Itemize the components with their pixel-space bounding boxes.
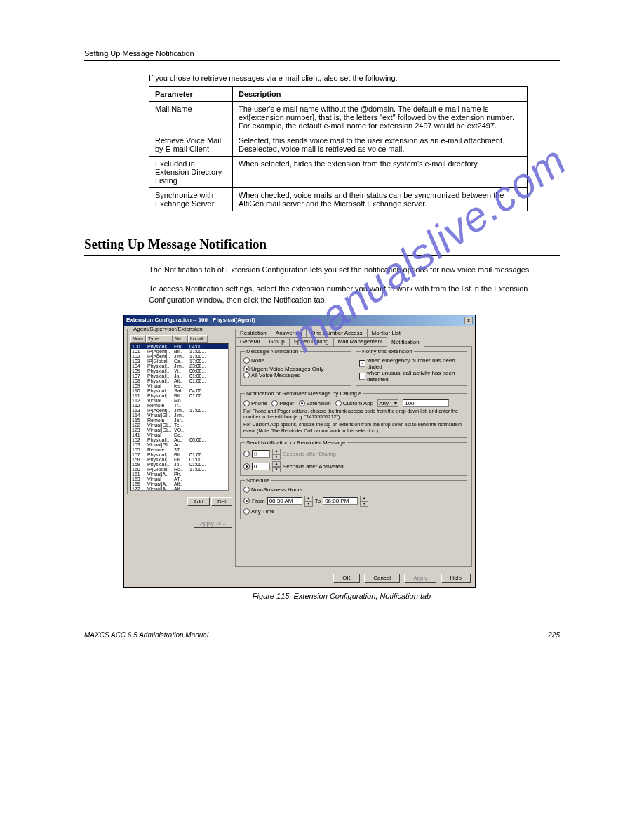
trunk-access-dropdown[interactable]: Any▾ [377, 399, 398, 407]
radio-after-answered[interactable] [243, 463, 250, 470]
section-para-2: To access Notification settings, select … [149, 283, 560, 306]
list-item[interactable]: 112RemoteTr.. [131, 403, 228, 408]
from-time-input[interactable]: 08:30 AM [267, 497, 302, 505]
list-item[interactable]: 163VirtualAT.. [131, 477, 228, 482]
tab-restriction[interactable]: Restriction [235, 329, 271, 337]
list-item[interactable]: 102IP|Agent|..Jim..17:00... [131, 354, 228, 359]
tab-monitor-list[interactable]: Monitor List [367, 329, 405, 337]
footer-left: MAXCS ACC 6.5 Administration Manual [84, 631, 208, 639]
th-description: Description [232, 87, 527, 102]
tab-answering[interactable]: Answering [271, 329, 307, 337]
list-item[interactable]: 152Physical|..Ac..00:00... [131, 437, 228, 442]
radio-pager[interactable]: Pager [271, 400, 294, 406]
list-item[interactable]: 123Virtual|GL..YO.. [131, 428, 228, 432]
cancel-button[interactable]: Cancel [364, 574, 400, 583]
section-heading: Setting Up Message Notification [84, 237, 560, 252]
tab-mail-management[interactable]: Mail Management [333, 337, 388, 346]
list-item[interactable]: 155Remote3T.. [131, 447, 228, 452]
radio-phone[interactable]: Phone [243, 400, 267, 406]
table-row: Synchronize with Exchange ServerWhen che… [149, 188, 528, 211]
col-name[interactable]: Na.. [173, 335, 188, 343]
col-type[interactable]: Type [146, 335, 173, 343]
th-parameter: Parameter [149, 87, 233, 102]
list-item[interactable]: 161Virtual|A..Ph.. [131, 472, 228, 477]
list-item[interactable]: 172Virtual|A..Alt.. [131, 486, 228, 491]
radio-extension[interactable]: Extension [299, 400, 331, 406]
list-item[interactable]: 158Physical|..Ell..01:00... [131, 457, 228, 462]
tab-speed-dialing[interactable]: Speed Dialing [289, 337, 334, 346]
del-button[interactable]: Del [211, 497, 232, 506]
seconds-after-answered-spinner[interactable]: ▲▼ [272, 461, 281, 472]
phone-pager-hint: For Phone and Pager options, choose the … [243, 409, 464, 421]
radio-custom-app[interactable]: Custom App [335, 400, 374, 406]
extension-config-dialog: Extension Configuration -- 100 : Physica… [123, 315, 476, 588]
number-input[interactable]: 100 [403, 399, 449, 407]
tab-group[interactable]: Group [264, 337, 289, 346]
seconds-after-answered-input[interactable]: 0 [252, 463, 270, 470]
list-item[interactable]: 122Virtual|GL..Te.. [131, 423, 228, 428]
message-notification-group: Message Notification None Urgent Voice M… [240, 351, 351, 386]
seconds-after-answered-label: Seconds after Answered [283, 463, 344, 470]
list-item[interactable]: 101IP|Agent|..Bil..17:00... [131, 349, 228, 354]
seconds-after-dialing-input[interactable]: 0 [252, 450, 270, 458]
list-item[interactable]: 165Virtual|A..Alt.. [131, 482, 228, 486]
footer-right: 225 [548, 631, 560, 639]
tab-one-number-access[interactable]: One Number Access [306, 329, 367, 337]
list-item[interactable]: 141VirtualDe.. [131, 432, 228, 437]
section-para-1: The Notification tab of Extension Config… [149, 264, 560, 276]
seconds-after-dialing-label: Seconds after Dialing [283, 451, 336, 457]
list-item[interactable]: 109Virtualtes.. [131, 383, 228, 388]
list-item[interactable]: 113IP|Agent|..Jim..17:00... [131, 408, 228, 413]
radio-urgent-only[interactable]: Urgent Voice Messages Only [243, 366, 323, 372]
list-item[interactable]: 157Physical|..Bil..01:00... [131, 452, 228, 457]
extension-list[interactable]: 100Physical|..Fro..04:00...101IP|Agent|.… [130, 343, 229, 491]
tabs-row-bottom: General Group Speed Dialing Mail Managem… [235, 337, 472, 346]
list-item[interactable]: 111Physical|..Bil..01:00... [131, 393, 228, 398]
check-emergency-dialed[interactable]: ✓when emergency number has been dialed [359, 357, 464, 370]
list-item[interactable]: 103IP|Global|Ca..17:00... [131, 359, 228, 364]
apply-button[interactable]: Apply [404, 574, 436, 583]
col-num[interactable]: Num.. [130, 335, 146, 343]
radio-non-business-hours[interactable]: Non-Business Hours [243, 486, 302, 493]
radio-from-to[interactable] [243, 498, 250, 504]
list-item[interactable]: 110PhysicalSal..04:00... [131, 388, 228, 393]
check-unusual-activity[interactable]: when unusual call activity has been dete… [359, 370, 464, 383]
send-notification-group: Send Notification or Reminder Message 0 … [240, 442, 467, 476]
list-item[interactable]: 153Virtual|GL..Ac.. [131, 442, 228, 447]
table-row: Mail NameThe user's e-mail name without … [149, 102, 528, 133]
seconds-after-dialing-spinner[interactable]: ▲▼ [272, 449, 281, 460]
radio-none[interactable]: None [243, 357, 264, 364]
list-item[interactable]: 108Physical|..Alt..01:00... [131, 378, 228, 383]
table-row: Excluded in Extension Directory ListingW… [149, 157, 528, 188]
list-item[interactable]: 159Physical|..Jo..01:00... [131, 462, 228, 467]
dialog-title: Extension Configuration -- 100 : Physica… [126, 317, 255, 324]
notify-extension-group: Notify this extension ✓when emergency nu… [356, 351, 467, 386]
tab-general[interactable]: General [235, 337, 264, 346]
list-item[interactable]: 115RemoteJer.. [131, 418, 228, 423]
list-item[interactable]: 104Physical|..Jim..23:00... [131, 364, 228, 369]
from-time-spinner[interactable]: ▲▼ [304, 496, 313, 507]
send-notification-title: Send Notification or Reminder Message [245, 439, 347, 446]
help-button[interactable]: Help [441, 574, 471, 583]
list-item[interactable]: 105Physical|..Yi..00:00... [131, 369, 228, 373]
list-item[interactable]: 114Virtual|Gl..Jim.. [131, 413, 228, 418]
list-item[interactable]: 100Physical|..Fro..04:00... [131, 344, 228, 349]
tab-notification[interactable]: Notification [387, 338, 424, 347]
close-icon[interactable]: × [464, 317, 473, 324]
radio-any-time[interactable]: Any Time [243, 508, 274, 515]
list-item[interactable]: 107Physical|..Ja..01:00... [131, 373, 228, 378]
list-item[interactable]: 160IP|Global|Ro..17:00... [131, 467, 228, 472]
schedule-title: Schedule [245, 477, 271, 484]
list-item[interactable]: 112VirtualMo.. [131, 398, 228, 403]
notification-tab-content: Message Notification None Urgent Voice M… [235, 346, 472, 567]
list-header[interactable]: Num.. Type Na.. Locati.. [130, 335, 229, 343]
dialog-titlebar[interactable]: Extension Configuration -- 100 : Physica… [124, 315, 475, 326]
radio-after-dialing[interactable] [243, 451, 250, 457]
ok-button[interactable]: OK [333, 574, 360, 583]
apply-to-button[interactable]: Apply To... [194, 519, 232, 528]
to-time-input[interactable]: 06:00 PM [323, 497, 358, 505]
to-time-spinner[interactable]: ▲▼ [360, 496, 368, 507]
col-location[interactable]: Locati.. [188, 335, 208, 343]
radio-all-messages[interactable]: All Voice Messages [243, 372, 300, 378]
add-button[interactable]: Add [187, 497, 210, 506]
